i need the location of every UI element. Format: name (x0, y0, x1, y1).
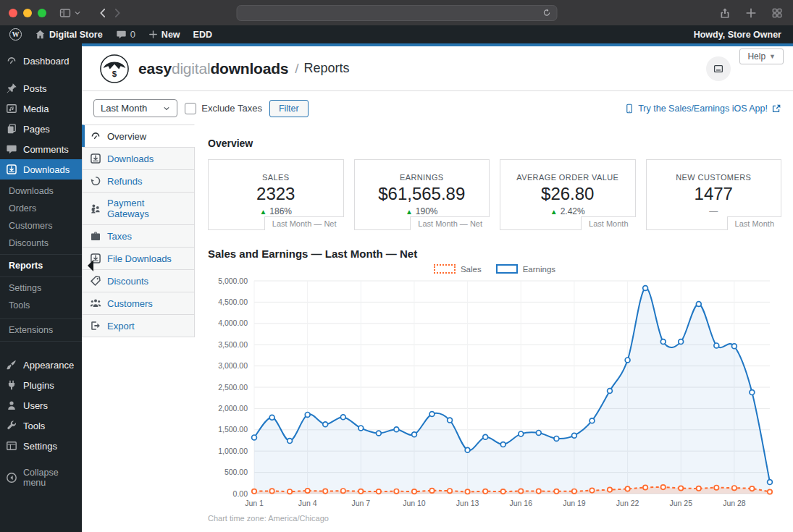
sidebar-item-dashboard[interactable]: Dashboard (0, 51, 82, 71)
sidebar-item-posts[interactable]: Posts (0, 78, 82, 98)
legend-sales[interactable]: Sales (434, 264, 482, 274)
window-controls (9, 9, 46, 17)
svg-text:0.00: 0.00 (233, 489, 248, 498)
home-icon (35, 29, 46, 40)
tab-taxes[interactable]: Taxes (82, 224, 195, 248)
sidebar-item-media[interactable]: Media (0, 98, 82, 119)
page-title: Reports (304, 61, 350, 76)
submenu-item-customers[interactable]: Customers (0, 217, 82, 235)
sidebar-item-settings[interactable]: Settings (0, 436, 82, 456)
submenu-item-reports[interactable]: Reports (0, 254, 82, 277)
group-icon (90, 297, 101, 309)
tile-average-order-value: AVERAGE ORDER VALUE $26.80 ▲2.42% Last M… (500, 159, 636, 230)
sidebar-item-pages[interactable]: Pages (0, 119, 82, 139)
tab-downloads[interactable]: Downloads (82, 147, 195, 170)
report-filter-bar: Last Month Exclude Taxes Filter Try the … (82, 91, 793, 124)
collapse-icon (6, 472, 17, 484)
howdy-menu[interactable]: Howdy, Store Owner (694, 30, 790, 40)
chart-title: Sales and Earnings — Last Month — Net (208, 248, 781, 260)
tab-overview-icon[interactable] (771, 7, 783, 19)
svg-text:Jun 19: Jun 19 (563, 499, 586, 507)
exclude-taxes-label: Exclude Taxes (201, 103, 262, 114)
export-icon (90, 320, 101, 332)
sidebar-item-comments[interactable]: Comments (0, 139, 82, 159)
sidebar-item-plugins[interactable]: Plugins (0, 375, 82, 395)
edd-header: $ easydigitaldownloads / Reports (82, 46, 793, 91)
sidebar-item-tools[interactable]: Tools (0, 415, 82, 436)
minimize-window-button[interactable] (23, 9, 32, 17)
ios-app-link[interactable]: Try the Sales/Earnings iOS App! (624, 104, 781, 114)
user-icon (6, 400, 17, 411)
tab-customers[interactable]: Customers (82, 292, 195, 315)
svg-text:Jun 10: Jun 10 (403, 499, 426, 507)
tab-discounts[interactable]: Discounts (82, 269, 195, 292)
close-window-button[interactable] (9, 9, 17, 17)
tile-period-badge: Last Month (727, 216, 781, 230)
tab-payment-gateways[interactable]: Payment Gateways (82, 192, 195, 225)
submenu-item-discounts[interactable]: Discounts (0, 235, 82, 252)
help-button[interactable]: Help ▼ (739, 48, 784, 64)
tile-period-badge: Last Month — Net (264, 216, 344, 230)
exclude-taxes-checkbox[interactable] (185, 103, 196, 114)
earnings-swatch-icon (496, 264, 518, 274)
chart-legend: Sales Earnings (208, 264, 781, 274)
brush-icon (6, 359, 17, 371)
wp-logo-menu[interactable]: W (3, 25, 28, 43)
svg-text:Jun 1: Jun 1 (245, 499, 264, 507)
collapse-menu-button[interactable]: Collapse menu (0, 463, 82, 492)
pushpin-icon (6, 83, 17, 94)
submenu-item-orders[interactable]: Orders (0, 200, 82, 217)
new-tab-icon[interactable] (745, 7, 757, 19)
sidebar-item-users[interactable]: Users (0, 395, 82, 415)
sidebar-chevron-down-icon[interactable] (74, 9, 81, 17)
svg-text:1,500.00: 1,500.00 (218, 425, 248, 434)
zoom-window-button[interactable] (38, 9, 46, 17)
tab-overview[interactable]: Overview (82, 124, 195, 148)
howdy-text: Howdy, Store Owner (694, 30, 781, 40)
svg-text:3,000.00: 3,000.00 (218, 361, 248, 370)
svg-text:3,500.00: 3,500.00 (218, 340, 248, 349)
tab-refunds[interactable]: Refunds (82, 169, 195, 193)
submenu-item-settings[interactable]: Settings (0, 279, 82, 297)
tab-file-downloads[interactable]: File Downloads (82, 247, 195, 270)
plus-icon (148, 30, 158, 39)
sidebar-item-appearance[interactable]: Appearance (0, 355, 82, 375)
date-range-select[interactable]: Last Month (93, 99, 177, 117)
edd-label: EDD (193, 30, 212, 40)
report-main: Overview SALES 2323 ▲186% Last Month — N… (195, 124, 793, 523)
submenu-item-tools[interactable]: Tools (0, 297, 82, 314)
settings-panel-icon (6, 440, 17, 452)
sidebar-toggle-icon[interactable] (59, 7, 71, 19)
edd-menu[interactable]: EDD (187, 25, 219, 43)
filter-button[interactable]: Filter (269, 100, 309, 117)
external-link-icon (771, 104, 781, 114)
support-chat-button[interactable] (706, 56, 731, 81)
chevron-down-icon: ▼ (769, 53, 776, 60)
edd-brand: easydigitaldownloads (138, 60, 288, 77)
address-bar[interactable] (236, 5, 557, 21)
submenu-item-downloads[interactable]: Downloads (0, 182, 82, 200)
wrench-icon (6, 420, 17, 431)
delta-up-icon: ▲ (550, 208, 558, 216)
sidebar-item-downloads[interactable]: Downloads (0, 159, 82, 180)
svg-text:Jun 13: Jun 13 (456, 499, 479, 507)
svg-text:Jun 22: Jun 22 (616, 499, 639, 507)
wp-admin-menu: Dashboard Posts Media Pages Comments Dow… (0, 43, 82, 532)
overview-tiles: SALES 2323 ▲186% Last Month — Net EARNIN… (208, 159, 781, 230)
forward-button[interactable] (112, 7, 123, 19)
svg-text:2,000.00: 2,000.00 (218, 404, 248, 413)
back-button[interactable] (97, 7, 109, 19)
legend-earnings[interactable]: Earnings (496, 264, 555, 274)
tab-export[interactable]: Export (82, 314, 195, 337)
new-content-menu[interactable]: New (142, 25, 187, 43)
submenu-item-extensions[interactable]: Extensions (0, 318, 82, 342)
gauge-icon (6, 55, 17, 67)
wordpress-logo-icon: W (9, 28, 22, 41)
share-icon[interactable] (719, 7, 731, 19)
comments-menu[interactable]: 0 (109, 25, 142, 43)
site-name-menu[interactable]: Digital Store (28, 25, 109, 43)
delta-up-icon: ▲ (406, 208, 413, 216)
reload-icon[interactable] (542, 8, 551, 17)
chart-timezone-caption: Chart time zone: America/Chicago (208, 514, 781, 523)
comments-count: 0 (130, 29, 135, 40)
